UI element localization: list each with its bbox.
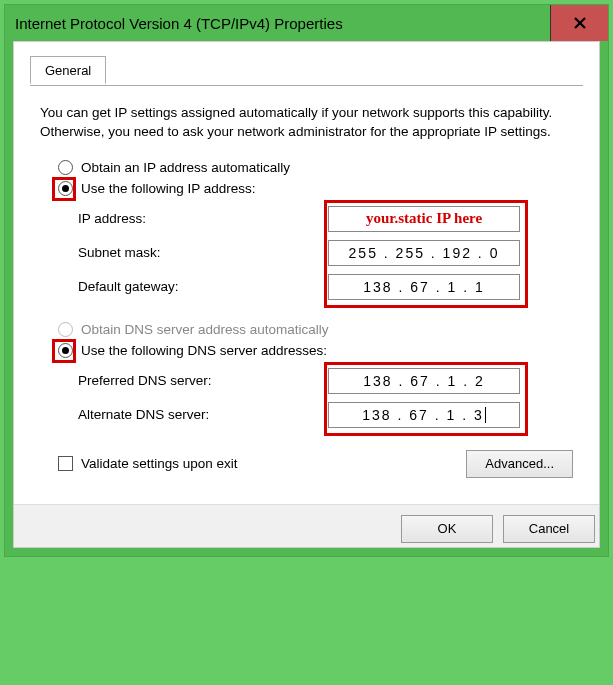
ip-field-group: IP address: your.static IP here Subnet m… — [78, 202, 573, 304]
dns-auto-row: Obtain DNS server address automatically — [58, 322, 573, 337]
tab-general[interactable]: General — [30, 56, 106, 84]
radio-dns-auto-label: Obtain DNS server address automatically — [81, 322, 329, 337]
checkbox-validate[interactable] — [58, 456, 73, 471]
row-preferred-dns: Preferred DNS server: 138 . 67 . 1 . 2 — [78, 364, 573, 398]
close-icon — [573, 16, 587, 30]
radio-dns-manual-label: Use the following DNS server addresses: — [81, 343, 327, 358]
client-area: General You can get IP settings assigned… — [13, 41, 600, 548]
ok-button[interactable]: OK — [401, 515, 493, 543]
ip-auto-row[interactable]: Obtain an IP address automatically — [58, 160, 573, 175]
radio-ip-manual-label: Use the following IP address: — [81, 181, 256, 196]
radio-dns-manual[interactable] — [58, 343, 73, 358]
radio-ip-auto-label: Obtain an IP address automatically — [81, 160, 290, 175]
radio-ip-manual[interactable] — [58, 181, 73, 196]
input-subnet[interactable]: 255 . 255 . 192 . 0 — [328, 240, 520, 266]
tcpip-properties-window: Internet Protocol Version 4 (TCP/IPv4) P… — [4, 4, 609, 557]
close-button[interactable] — [550, 5, 608, 41]
input-ip-address[interactable]: your.static IP here — [328, 206, 520, 232]
label-gateway: Default gateway: — [78, 279, 328, 294]
advanced-row: Advanced... — [466, 450, 573, 478]
row-alternate-dns: Alternate DNS server: 138 . 67 . 1 . 3 — [78, 398, 573, 432]
advanced-button[interactable]: Advanced... — [466, 450, 573, 478]
dns-manual-row[interactable]: Use the following DNS server addresses: — [58, 343, 573, 358]
radio-ip-auto[interactable] — [58, 160, 73, 175]
input-preferred-dns[interactable]: 138 . 67 . 1 . 2 — [328, 368, 520, 394]
alternate-dns-value: 138 . 67 . 1 . 3 — [362, 407, 484, 423]
validate-row[interactable]: Validate settings upon exit — [58, 456, 238, 471]
tab-body: You can get IP settings assigned automat… — [30, 86, 583, 488]
radio-dns-auto — [58, 322, 73, 337]
titlebar: Internet Protocol Version 4 (TCP/IPv4) P… — [5, 5, 608, 41]
row-ip-address: IP address: your.static IP here — [78, 202, 573, 236]
tab-underline — [30, 85, 583, 86]
label-validate: Validate settings upon exit — [81, 456, 238, 471]
row-subnet: Subnet mask: 255 . 255 . 192 . 0 — [78, 236, 573, 270]
cancel-button[interactable]: Cancel — [503, 515, 595, 543]
label-preferred-dns: Preferred DNS server: — [78, 373, 328, 388]
row-gateway: Default gateway: 138 . 67 . 1 . 1 — [78, 270, 573, 304]
text-cursor — [485, 407, 486, 423]
window-title: Internet Protocol Version 4 (TCP/IPv4) P… — [15, 15, 550, 32]
label-ip-address: IP address: — [78, 211, 328, 226]
ip-manual-row[interactable]: Use the following IP address: — [58, 181, 573, 196]
input-alternate-dns[interactable]: 138 . 67 . 1 . 3 — [328, 402, 520, 428]
label-subnet: Subnet mask: — [78, 245, 328, 260]
input-gateway[interactable]: 138 . 67 . 1 . 1 — [328, 274, 520, 300]
description-text: You can get IP settings assigned automat… — [40, 104, 573, 142]
dialog-buttons: OK Cancel — [14, 504, 599, 547]
dns-field-group: Preferred DNS server: 138 . 67 . 1 . 2 A… — [78, 364, 573, 432]
tab-strip: General — [30, 56, 583, 86]
label-alternate-dns: Alternate DNS server: — [78, 407, 328, 422]
